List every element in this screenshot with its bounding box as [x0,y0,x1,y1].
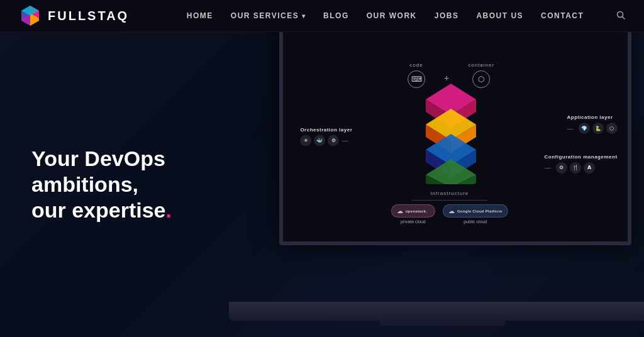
nav-home[interactable]: HOME [187,11,213,20]
dash-line2: — [567,125,574,132]
infrastructure-group: Infrastructure ☁ openstack. private clou… [391,191,508,224]
gcp-text: Google Cloud Platform [457,209,502,213]
laptop-screen: code ⌨ + container ⬡ ↓ [279,19,631,245]
logo-icon [19,4,42,27]
openstack-badge: ☁ openstack. [391,204,435,218]
logo-area[interactable]: FULLSTAQ [19,4,129,27]
nav-services[interactable]: OUR SERVICES [231,11,306,20]
application-title: Application layer [567,114,618,120]
infra-divider [412,200,487,201]
laptop-foot [380,321,506,326]
ansible-icon: 𝗔 [584,162,595,174]
application-label-group: Application layer — 💎 🐍 ⬡ [567,114,618,134]
ruby-icon: 💎 [579,123,590,134]
nav-links: HOME OUR SERVICES BLOG OUR WORK JOBS ABO… [167,11,604,20]
private-cloud-label: private cloud [401,219,426,224]
dash-line3: — [545,164,551,171]
dash-line: — [341,137,348,144]
navbar: FULLSTAQ HOME OUR SERVICES BLOG OUR WORK… [0,0,644,32]
svg-line-7 [623,16,625,19]
search-icon[interactable] [616,11,625,21]
nav-jobs[interactable]: JOBS [435,11,459,20]
laptop-base [229,302,644,321]
hero-title: Your DevOps ambitions, our expertise. [31,146,264,223]
hero-accent: . [166,198,172,222]
nav-contact[interactable]: CONTACT [541,11,584,20]
cloud-options: ☁ openstack. private cloud ☁ Google Clou… [391,204,508,224]
orchestration-label-group: Orchestration layer ✳ 🐳 ⚙ — [300,126,352,146]
python-icon: 🐍 [592,123,604,134]
logo-text: FULLSTAQ [48,9,129,23]
config-label-group: Configuration management — ⚙ 🍴 𝗔 [545,154,618,174]
screen-inner: code ⌨ + container ⬡ ↓ [283,23,628,241]
docker-icon: 🐳 [314,135,325,146]
iso-stack-diagram [407,77,495,187]
config-icons: — ⚙ 🍴 𝗔 [545,162,618,174]
screen-content: code ⌨ + container ⬡ ↓ [283,23,628,241]
openstack-icon: ☁ [397,207,403,214]
infra-title: Infrastructure [391,191,508,196]
nav-aboutus[interactable]: ABOUT US [476,11,523,20]
private-cloud-item: ☁ openstack. private cloud [391,204,435,224]
nav-ourwork[interactable]: OUR WORK [367,11,417,20]
container-label-text: container [468,62,494,68]
nav-blog[interactable]: BLOG [323,11,349,20]
config-title: Configuration management [545,154,618,160]
hero-content: Your DevOps ambitions, our expertise. [0,32,264,337]
nodejs-icon: ⬡ [606,123,618,134]
orchestration-title: Orchestration layer [300,126,352,132]
openstack-text: openstack. [406,209,427,213]
orchestration-icons: ✳ 🐳 ⚙ — [300,135,352,146]
public-cloud-item: ☁ Google Cloud Platform public cloud [443,204,508,224]
application-icons: — 💎 🐍 ⬡ [567,123,618,134]
helm-icon: ⚙ [328,135,339,146]
chef-icon: 🍴 [570,162,581,174]
code-label-text: code [409,62,423,68]
gcp-badge: ☁ Google Cloud Platform [443,204,508,218]
puppet-icon: ⚙ [556,162,567,174]
kubernetes-icon: ✳ [300,135,311,146]
laptop: code ⌨ + container ⬡ ↓ [229,19,644,321]
gcp-icon: ☁ [448,207,455,214]
public-cloud-label: public cloud [464,219,487,224]
